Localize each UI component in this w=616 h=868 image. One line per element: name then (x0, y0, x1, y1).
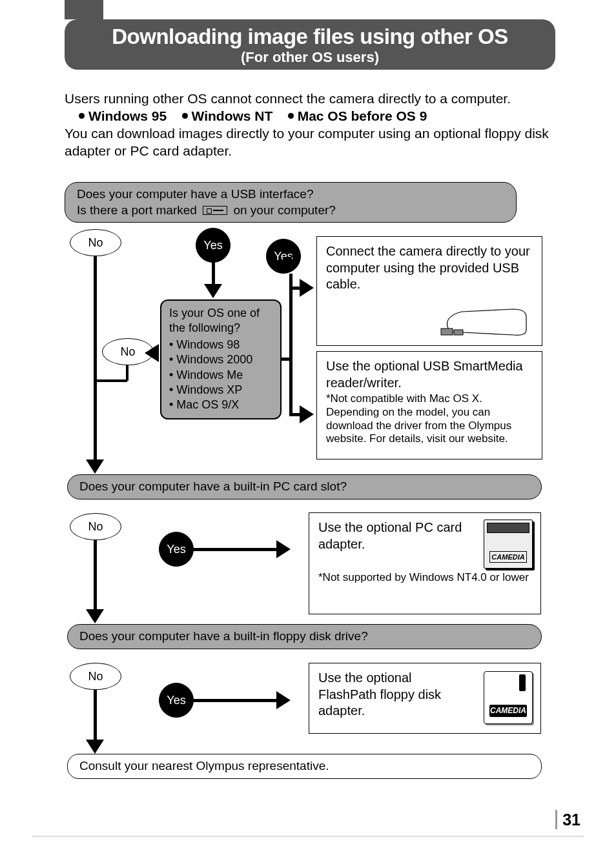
page-header: Downloading image files using other OS (… (65, 19, 555, 70)
q1-line-a: Does your computer have a USB interface? (77, 187, 504, 203)
arrow-segment (212, 263, 215, 286)
result-note: *Not supported by Windows NT4.0 or lower (318, 570, 531, 585)
floppy-icon: CAMEDIA (484, 671, 533, 724)
os-box-list: Windows 98 Windows 2000 Windows Me Windo… (169, 338, 272, 413)
usb-port-icon (203, 206, 227, 215)
os-box-item: Windows 98 (169, 338, 272, 352)
arrow-segment (283, 257, 292, 260)
result-text: Use the optional FlashPath floppy disk a… (318, 670, 467, 720)
footer-divider (32, 836, 584, 837)
svg-rect-0 (441, 328, 453, 335)
arrow-segment (126, 365, 128, 381)
answer-yes: Yes (196, 228, 231, 263)
intro-line-1: Users running other OS cannot connect th… (65, 90, 555, 108)
os-check-box: Is your OS one of the following? Windows… (160, 299, 282, 419)
arrow-head (300, 279, 314, 297)
answer-yes: Yes (159, 532, 194, 567)
pc-card-brand: CAMEDIA (489, 551, 527, 563)
arrow-head (145, 344, 159, 362)
arrow-segment (94, 540, 97, 611)
page-number: 31 (555, 810, 580, 829)
question-floppy-drive: Does your computer have a built-in flopp… (67, 624, 542, 649)
os-item: Windows NT (192, 108, 273, 123)
header-tab (65, 0, 103, 19)
os-box-item: Mac OS 9/X (169, 398, 272, 412)
result-text: Use the optional PC card adapter. (318, 520, 467, 552)
arrow-segment (94, 256, 97, 463)
os-compat-list: Windows 95 Windows NT Mac OS before OS 9 (65, 108, 555, 125)
q1-line-b: Is there a port marked on your computer? (77, 203, 504, 219)
answer-no: No (70, 663, 121, 690)
svg-rect-1 (454, 330, 463, 335)
pc-card-icon: CAMEDIA (484, 520, 533, 569)
arrow-head (86, 609, 104, 623)
result-text: Use the optional USB SmartMedia reader/w… (326, 358, 533, 391)
page-subtitle: (For other OS users) (71, 49, 549, 66)
arrow-head (86, 740, 104, 754)
arrow-head (204, 284, 222, 298)
answer-no: No (70, 229, 121, 256)
os-item: Windows 95 (88, 108, 167, 123)
answer-yes: Yes (266, 239, 301, 274)
arrow-head (86, 459, 104, 474)
arrow-segment (194, 699, 278, 702)
os-item: Mac OS before OS 9 (298, 108, 427, 123)
result-flashpath-adapter: Use the optional FlashPath floppy disk a… (309, 663, 541, 734)
intro-line-2: You can download images directly to your… (65, 125, 555, 160)
arrow-segment (194, 548, 278, 551)
arrow-head (300, 405, 314, 423)
intro-text: Users running other OS cannot connect th… (65, 90, 555, 160)
arrow-segment (289, 274, 293, 416)
result-usb-cable: Connect the camera directly to your comp… (316, 236, 542, 346)
arrow-head (276, 540, 291, 558)
page-title: Downloading image files using other OS (71, 25, 549, 49)
result-smartmedia-reader: Use the optional USB SmartMedia reader/w… (316, 351, 542, 459)
arrow-segment (94, 690, 97, 742)
question-usb-interface: Does your computer have a USB interface?… (65, 182, 517, 223)
os-box-item: Windows Me (169, 368, 272, 383)
os-box-item: Windows XP (169, 383, 272, 398)
consult-representative: Consult your nearest Olympus representat… (67, 754, 542, 779)
answer-no: No (70, 513, 121, 540)
floppy-brand: CAMEDIA (489, 705, 527, 717)
question-pc-card-slot: Does your computer have a built-in PC ca… (67, 474, 542, 500)
os-box-prompt: Is your OS one of the following? (169, 306, 272, 336)
result-note: *Not compatible with Mac OS X. Depending… (326, 392, 533, 446)
arrow-segment (95, 379, 127, 382)
os-box-item: Windows 2000 (169, 352, 272, 367)
arrow-head (276, 691, 291, 709)
result-pc-card-adapter: Use the optional PC card adapter. CAMEDI… (309, 512, 541, 614)
arrow-segment (282, 358, 292, 361)
result-text: Connect the camera directly to your comp… (326, 243, 533, 293)
usb-cable-icon (436, 304, 533, 340)
answer-yes: Yes (159, 683, 194, 718)
